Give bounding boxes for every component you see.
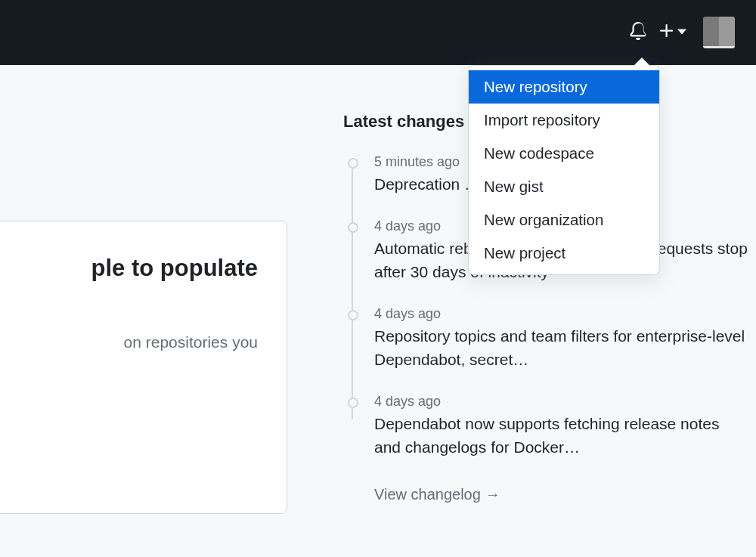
caret-down-icon xyxy=(676,26,686,39)
dropdown-item-new-organization[interactable]: New organization xyxy=(469,203,659,237)
dropdown-item-new-codespace[interactable]: New codespace xyxy=(469,137,659,170)
notifications-button[interactable] xyxy=(623,17,653,48)
global-header xyxy=(0,0,756,65)
feed-empty-heading: ple to populate xyxy=(0,253,258,283)
feed-column: ple to populate on repositories you s yo… xyxy=(0,65,327,557)
changelog-item: 4 days ago Dependabot now supports fetch… xyxy=(374,394,748,459)
view-changelog-link[interactable]: View changelog → xyxy=(374,486,500,503)
changelog-time: 4 days ago xyxy=(374,306,748,322)
dropdown-item-import-repository[interactable]: Import repository xyxy=(469,104,659,137)
arrow-right-icon: → xyxy=(485,486,500,503)
changelog-time: 4 days ago xyxy=(374,394,748,410)
changelog-item: 4 days ago Repository topics and team fi… xyxy=(374,306,748,371)
feed-empty-subtext: on repositories you xyxy=(0,330,258,354)
user-avatar[interactable] xyxy=(703,17,735,48)
dropdown-item-new-gist[interactable]: New gist xyxy=(469,170,659,203)
changelog-link[interactable]: Dependabot now supports fetching release… xyxy=(374,413,748,459)
create-new-menu-button[interactable] xyxy=(658,22,686,43)
changelog-link[interactable]: Repository topics and team filters for e… xyxy=(374,325,748,371)
bell-icon xyxy=(629,22,647,43)
dropdown-item-new-repository[interactable]: New repository xyxy=(469,70,659,104)
plus-icon xyxy=(658,22,676,43)
feed-empty-card: ple to populate on repositories you xyxy=(0,221,287,514)
dropdown-item-new-project[interactable]: New project xyxy=(469,237,659,270)
create-new-dropdown: New repository Import repository New cod… xyxy=(468,65,660,275)
